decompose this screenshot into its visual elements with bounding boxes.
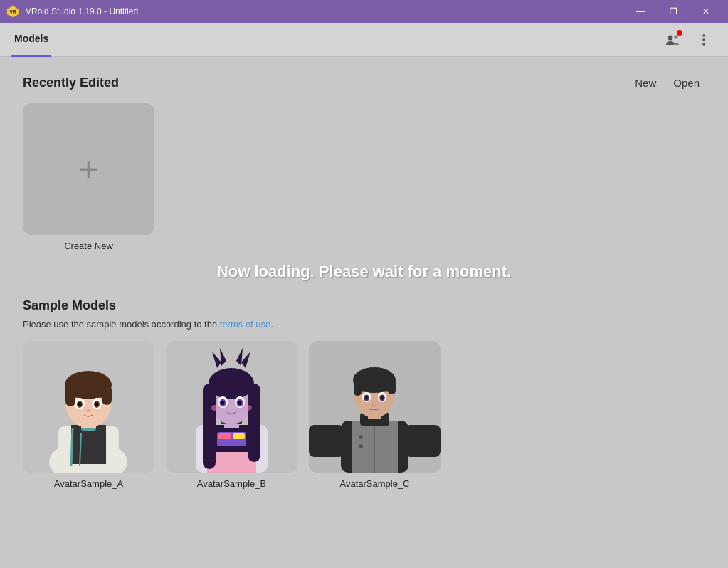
- title-bar: VR VRoid Studio 1.19.0 - Untitled — ❐ ✕: [0, 0, 728, 23]
- tab-models[interactable]: Models: [11, 23, 51, 57]
- open-button[interactable]: Open: [668, 74, 705, 92]
- sample-models-desc-text: Please use the sample models according t…: [23, 319, 220, 330]
- avatar-c-thumbnail: [309, 341, 441, 473]
- svg-point-71: [359, 435, 363, 439]
- main-content: Recently Edited New Open + Create New No…: [0, 57, 728, 568]
- avatar-c-image: [309, 341, 441, 473]
- create-new-thumbnail[interactable]: +: [23, 103, 154, 235]
- svg-point-6: [702, 43, 705, 46]
- window-controls[interactable]: — ❐ ✕: [624, 0, 722, 23]
- svg-rect-38: [248, 384, 260, 462]
- svg-rect-69: [361, 390, 372, 392]
- close-button[interactable]: ✕: [690, 0, 722, 23]
- plus-icon: +: [78, 103, 98, 235]
- model-cards: + Create New: [23, 103, 705, 251]
- svg-rect-16: [102, 385, 112, 405]
- svg-point-47: [221, 401, 225, 405]
- menu-button[interactable]: [691, 27, 717, 53]
- svg-rect-53: [405, 425, 441, 457]
- svg-rect-32: [233, 433, 245, 439]
- svg-point-68: [381, 396, 384, 400]
- svg-point-23: [86, 409, 90, 412]
- terms-of-use-link[interactable]: terms of use: [220, 319, 271, 330]
- avatar-a-image: [23, 341, 154, 473]
- svg-point-2: [668, 35, 673, 40]
- avatar-b-label: AvatarSample_B: [197, 478, 266, 489]
- new-button[interactable]: New: [629, 74, 662, 92]
- svg-rect-37: [203, 384, 216, 469]
- svg-rect-52: [309, 425, 344, 457]
- svg-point-48: [238, 401, 242, 405]
- avatar-b-thumbnail: [166, 341, 297, 473]
- svg-point-49: [211, 405, 221, 411]
- app-icon: VR: [6, 4, 20, 19]
- svg-point-21: [78, 402, 82, 406]
- svg-rect-15: [65, 385, 75, 406]
- create-new-label: Create New: [64, 241, 113, 251]
- svg-point-50: [242, 405, 252, 411]
- svg-rect-31: [218, 433, 231, 439]
- sample-card-a[interactable]: AvatarSample_A: [23, 341, 154, 489]
- sample-card-b[interactable]: AvatarSample_B: [166, 341, 297, 489]
- minimize-button[interactable]: —: [624, 0, 657, 23]
- sample-cards: AvatarSample_A: [23, 341, 705, 489]
- avatar-b-image: [166, 341, 297, 473]
- sample-card-c[interactable]: AvatarSample_C: [309, 341, 441, 489]
- maximize-button[interactable]: ❐: [657, 0, 690, 23]
- svg-point-22: [95, 402, 99, 406]
- avatar-a-label: AvatarSample_A: [54, 478, 123, 489]
- sample-models-description: Please use the sample models according t…: [23, 319, 705, 330]
- avatar-c-label: AvatarSample_C: [339, 478, 409, 489]
- svg-point-72: [359, 444, 363, 448]
- svg-point-67: [365, 396, 368, 400]
- svg-rect-61: [354, 380, 362, 396]
- window-title: VRoid Studio 1.19.0 - Untitled: [26, 6, 624, 16]
- svg-rect-62: [388, 380, 396, 394]
- recently-edited-title: Recently Edited: [23, 75, 629, 90]
- avatar-a-thumbnail: [23, 341, 154, 473]
- svg-point-4: [702, 34, 705, 37]
- svg-line-24: [71, 428, 73, 466]
- svg-rect-10: [71, 425, 106, 464]
- sample-models-title: Sample Models: [23, 298, 705, 313]
- sample-models-desc-suffix: .: [270, 319, 273, 330]
- svg-rect-70: [377, 390, 389, 392]
- create-new-card[interactable]: + Create New: [23, 103, 154, 251]
- header-icons: [660, 27, 717, 53]
- recently-edited-header: Recently Edited New Open: [23, 74, 705, 92]
- more-icon: [697, 33, 711, 47]
- notification-button[interactable]: [660, 27, 685, 53]
- svg-text:VR: VR: [9, 9, 16, 14]
- app-container: Models: [0, 23, 728, 568]
- recently-edited-actions: New Open: [629, 74, 705, 92]
- svg-point-3: [675, 35, 678, 38]
- notification-dot: [677, 30, 682, 36]
- svg-point-5: [702, 38, 705, 41]
- loading-message: Now loading. Please wait for a moment.: [23, 263, 705, 281]
- app-header: Models: [0, 23, 728, 57]
